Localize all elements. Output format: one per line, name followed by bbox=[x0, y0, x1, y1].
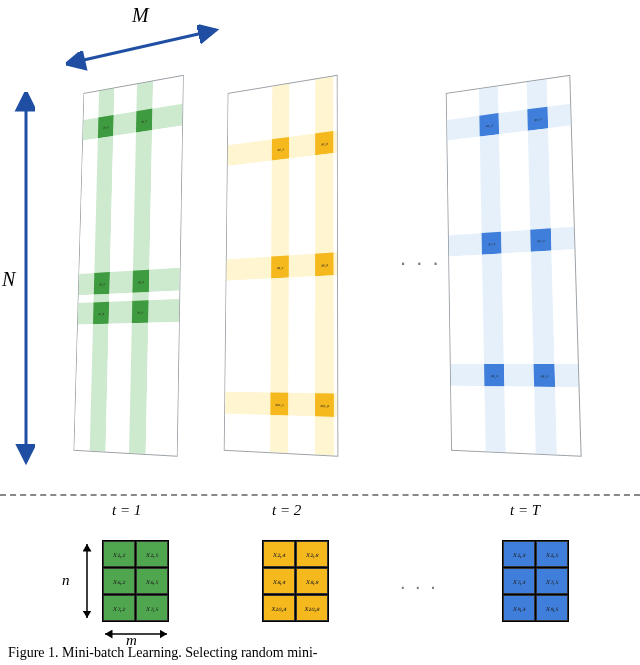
panel-t2: x₂,₄ x₂,₈ x₈,₄ x₈,₈ x₁₀,₄ x₁₀,₈ bbox=[224, 75, 339, 457]
mcell: x₈,₈ bbox=[296, 568, 328, 594]
mini-t1: x₁,₂ x₁,₅ x₆,₂ x₆,₅ x₇,₂ x₇,₅ bbox=[102, 540, 169, 622]
panel-t1: x₁,₂ x₁,₅ x₆,₂ x₆,₅ x₇,₂ x₇,₅ bbox=[74, 75, 184, 457]
mcell: x₂,₄ bbox=[263, 541, 295, 567]
diagram-stage: x₁,₂ x₁,₅ x₆,₂ x₆,₅ x₇,₂ x₇,₅ x₂,₄ x₂,₈ … bbox=[0, 0, 640, 490]
mcell: x₁₀,₈ bbox=[296, 595, 328, 621]
mcell: x₉,₅ bbox=[536, 595, 568, 621]
label-n: n bbox=[62, 572, 70, 589]
mcell: x₇,₅ bbox=[536, 568, 568, 594]
arrow-M bbox=[58, 20, 228, 72]
cell: x₉,₃ bbox=[484, 364, 504, 386]
mcell: x₁,₅ bbox=[136, 541, 168, 567]
figure-caption: Figure 1. Mini-batch Learning. Selecting… bbox=[8, 645, 317, 661]
mcell: x₇,₃ bbox=[503, 568, 535, 594]
divider-line bbox=[0, 494, 640, 496]
mcell: x₂,₈ bbox=[296, 541, 328, 567]
t-label-1: t = 1 bbox=[112, 502, 141, 519]
mini-tT: x₁,₃ x₁,₅ x₇,₃ x₇,₅ x₉,₃ x₉,₅ bbox=[502, 540, 569, 622]
arrow-N bbox=[14, 86, 38, 468]
label-N: N bbox=[2, 268, 15, 291]
mini-t2: x₂,₄ x₂,₈ x₈,₄ x₈,₈ x₁₀,₄ x₁₀,₈ bbox=[262, 540, 329, 622]
t-label-T: t = T bbox=[510, 502, 540, 519]
mcell: x₆,₅ bbox=[136, 568, 168, 594]
mini-row: x₁,₂ x₁,₅ x₆,₂ x₆,₅ x₇,₂ x₇,₅ x₂,₄ x₂,₈ … bbox=[0, 540, 640, 650]
panel-tT: x₁,₃ x₁,₅ x₇,₃ x₇,₅ x₉,₃ x₉,₅ bbox=[446, 75, 582, 457]
mcell: x₇,₅ bbox=[136, 595, 168, 621]
ellipsis-minis: · · · bbox=[400, 575, 438, 598]
arrow-n bbox=[78, 540, 96, 622]
ellipsis-panels: · · · bbox=[400, 250, 441, 276]
t-label-2: t = 2 bbox=[272, 502, 301, 519]
mcell: x₆,₂ bbox=[103, 568, 135, 594]
label-M: M bbox=[132, 4, 149, 27]
mcell: x₈,₄ bbox=[263, 568, 295, 594]
mcell: x₇,₂ bbox=[103, 595, 135, 621]
svg-line-0 bbox=[66, 30, 216, 64]
mcell: x₁,₅ bbox=[536, 541, 568, 567]
mcell: x₉,₃ bbox=[503, 595, 535, 621]
mcell: x₁,₂ bbox=[103, 541, 135, 567]
mcell: x₁₀,₄ bbox=[263, 595, 295, 621]
mcell: x₁,₃ bbox=[503, 541, 535, 567]
